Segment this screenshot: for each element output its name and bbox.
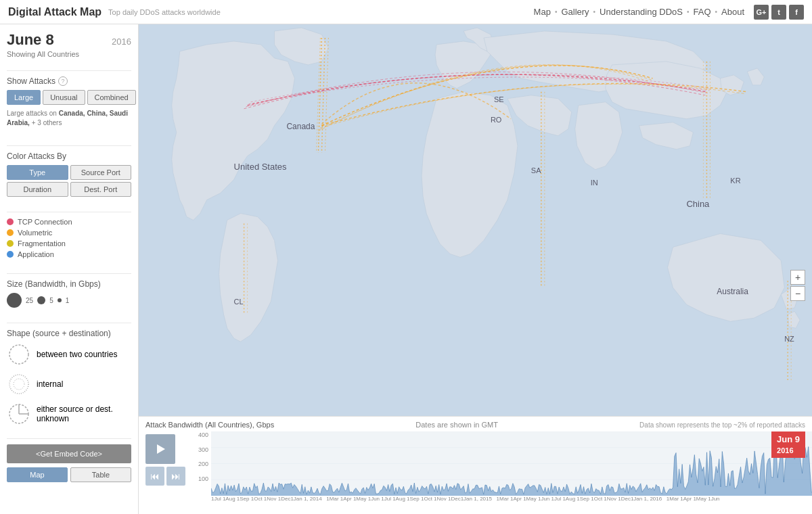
embed-code-btn[interactable]: <Get Embed Code> (7, 444, 131, 463)
size-label-5: 5 (49, 297, 53, 304)
date-display: June 8 2016 (7, 31, 131, 49)
tcp-dot (7, 218, 14, 225)
volumetric-dot (7, 229, 14, 236)
timeline-body: ⏮ ⏭ 400 300 200 100 (145, 431, 805, 502)
current-date: June 8 (7, 31, 54, 49)
large-attack-btn[interactable]: Large (7, 90, 41, 105)
map-area: United States Canada China KR SE RO SA I… (139, 24, 812, 514)
timeline-chart-container: 400 300 200 100 Jun 9 2016 (189, 431, 805, 502)
map-canvas[interactable]: United States Canada China KR SE RO SA I… (139, 24, 812, 416)
volumetric-label: Volumetric (18, 229, 52, 237)
shape-unknown: either source or dest. unknown (7, 402, 131, 426)
svg-point-0 (9, 345, 28, 364)
map-view-btn[interactable]: Map (7, 467, 68, 482)
play-btn[interactable] (145, 434, 175, 464)
shape-title: Shape (source + destination) (7, 329, 131, 338)
internal-icon (7, 372, 31, 396)
size-circle-small (58, 298, 62, 302)
divider-2 (7, 145, 131, 146)
y-label-400: 400 (189, 431, 208, 438)
timeline-gmt: Dates are shown in GMT (415, 421, 498, 429)
badge-year: 2016 (777, 446, 800, 455)
app-logo: Digital Attack Map (8, 6, 102, 18)
timeline-chart-canvas[interactable] (211, 431, 812, 496)
nav-gallery[interactable]: Gallery (561, 7, 589, 17)
svg-text:RO: RO (491, 116, 501, 124)
zoom-in-btn[interactable]: + (790, 270, 805, 285)
divider-4 (7, 273, 131, 274)
application-dot (7, 251, 14, 258)
social-icons: G+ t f (754, 5, 804, 20)
nav-map[interactable]: Map (534, 7, 551, 17)
color-attacks-title: Color Attacks By (7, 151, 131, 161)
svg-text:Canada: Canada (286, 122, 315, 131)
attack-info-text: Large attacks on Canada, China, Saudi Ar… (7, 109, 131, 128)
nav-dot-4: • (715, 8, 718, 16)
size-title: Size (Bandwidth, in Gbps) (7, 279, 131, 289)
facebook-icon[interactable]: f (789, 5, 804, 20)
fragmentation-dot (7, 240, 14, 247)
unknown-source-icon (7, 402, 31, 426)
nav-understanding[interactable]: Understanding DDoS (600, 7, 683, 17)
nav-faq[interactable]: FAQ (693, 7, 710, 17)
size-label-1: 1 (66, 297, 70, 304)
timeline: Attack Bandwidth (All Countries), Gbps D… (139, 416, 812, 514)
color-duration-btn[interactable]: Duration (7, 182, 68, 197)
main-layout: June 8 2016 Showing All Countries Show A… (0, 24, 812, 514)
date-badge: Jun 9 2016 (771, 431, 805, 458)
color-source-port-btn[interactable]: Source Port (70, 165, 132, 180)
application-label: Application (18, 250, 54, 258)
size-circle-medium (37, 296, 45, 304)
combined-attack-btn[interactable]: Combined (87, 90, 136, 105)
y-label-100: 100 (189, 475, 208, 482)
attack-type-buttons: Large Unusual Combined (7, 90, 131, 105)
legend-section: TCP Connection Volumetric Fragmentation … (7, 218, 131, 261)
world-map: United States Canada China KR SE RO SA I… (139, 24, 812, 416)
shape-internal-label: internal (37, 379, 63, 389)
zoom-out-btn[interactable]: − (790, 286, 805, 301)
svg-point-1 (9, 375, 28, 394)
svg-text:CL: CL (234, 298, 244, 306)
color-by-buttons: Type Source Port Duration Dest. Port (7, 165, 131, 197)
size-legend: 25 5 1 (7, 293, 131, 308)
size-circle-large (7, 293, 22, 308)
nav-about[interactable]: About (721, 7, 744, 17)
shape-section: Shape (source + destination) between two… (7, 329, 131, 426)
divider-6 (7, 438, 131, 439)
show-attacks-section: Show Attacks ? Large Unusual Combined La… (7, 76, 131, 133)
color-attacks-section: Color Attacks By Type Source Port Durati… (7, 151, 131, 200)
between-countries-icon (7, 342, 31, 367)
main-nav: Map • Gallery • Understanding DDoS • FAQ… (534, 5, 804, 20)
color-type-btn[interactable]: Type (7, 165, 68, 180)
shape-between: between two countries (7, 342, 131, 367)
unusual-attack-btn[interactable]: Unusual (43, 90, 85, 105)
svg-text:IN: IN (591, 179, 598, 187)
skip-forward-btn[interactable]: ⏭ (166, 467, 185, 486)
skip-back-btn[interactable]: ⏮ (145, 467, 164, 486)
legend-application: Application (7, 250, 131, 258)
svg-text:United States: United States (234, 162, 287, 172)
show-attacks-title: Show Attacks ? (7, 76, 131, 86)
app-subtitle: Top daily DDoS attacks worldwide (108, 8, 221, 16)
badge-month: Jun 9 (777, 434, 800, 446)
table-view-btn[interactable]: Table (70, 467, 131, 482)
shape-unknown-label: either source or dest. unknown (37, 404, 131, 423)
google-plus-icon[interactable]: G+ (754, 5, 769, 20)
svg-point-2 (14, 379, 24, 390)
y-label-200: 200 (189, 461, 208, 467)
timeline-playback: ⏮ ⏭ (145, 431, 185, 486)
divider-3 (7, 212, 131, 212)
color-dest-port-btn[interactable]: Dest. Port (70, 182, 132, 197)
timeline-title: Attack Bandwidth (All Countries), Gbps (145, 421, 274, 429)
help-icon[interactable]: ? (58, 76, 68, 86)
x-axis-labels: 1Jul 1Aug 1Sep 1Oct 1Nov 1Dec1Jan 1, 201… (211, 496, 805, 502)
divider-5 (7, 323, 131, 323)
y-axis-labels: 400 300 200 100 (189, 431, 208, 490)
twitter-icon[interactable]: t (771, 5, 786, 20)
play-icon (154, 443, 166, 455)
nav-dot-1: • (555, 8, 558, 16)
legend-volumetric: Volumetric (7, 229, 131, 237)
svg-text:SE: SE (494, 95, 504, 103)
shape-legend: between two countries internal (7, 342, 131, 426)
timeline-note: Data shown represents the top ~2% of rep… (639, 421, 805, 429)
